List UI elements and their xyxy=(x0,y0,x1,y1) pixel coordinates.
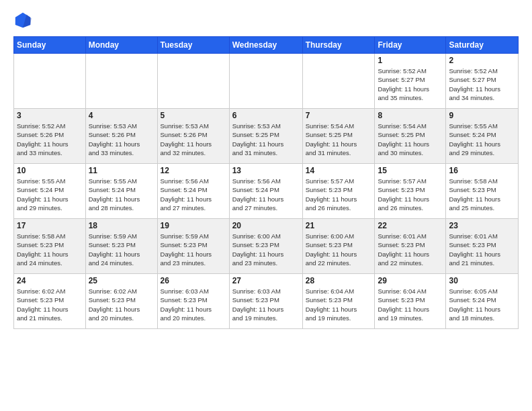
day-info: Sunrise: 5:58 AM Sunset: 5:23 PM Dayligh… xyxy=(17,232,83,267)
calendar-cell: 13Sunrise: 5:56 AM Sunset: 5:24 PM Dayli… xyxy=(229,164,302,219)
calendar-cell: 25Sunrise: 6:02 AM Sunset: 5:23 PM Dayli… xyxy=(85,274,157,329)
day-number: 15 xyxy=(378,166,443,175)
day-info: Sunrise: 6:03 AM Sunset: 5:23 PM Dayligh… xyxy=(161,287,226,322)
page: SundayMondayTuesdayWednesdayThursdayFrid… xyxy=(0,0,532,336)
day-info: Sunrise: 5:52 AM Sunset: 5:26 PM Dayligh… xyxy=(17,122,83,157)
calendar-cell: 30Sunrise: 6:05 AM Sunset: 5:24 PM Dayli… xyxy=(446,274,519,329)
day-number: 14 xyxy=(306,166,372,175)
logo-icon xyxy=(13,11,32,30)
day-number: 17 xyxy=(17,221,83,230)
calendar-cell: 15Sunrise: 5:57 AM Sunset: 5:23 PM Dayli… xyxy=(375,164,446,219)
day-info: Sunrise: 5:57 AM Sunset: 5:23 PM Dayligh… xyxy=(306,177,372,212)
day-info: Sunrise: 5:59 AM Sunset: 5:23 PM Dayligh… xyxy=(89,232,154,267)
day-info: Sunrise: 5:55 AM Sunset: 5:24 PM Dayligh… xyxy=(449,122,515,157)
day-number: 6 xyxy=(232,111,300,120)
calendar-cell: 9Sunrise: 5:55 AM Sunset: 5:24 PM Daylig… xyxy=(446,109,519,164)
day-info: Sunrise: 5:52 AM Sunset: 5:27 PM Dayligh… xyxy=(449,66,515,102)
day-number: 10 xyxy=(17,166,83,175)
calendar-cell: 26Sunrise: 6:03 AM Sunset: 5:23 PM Dayli… xyxy=(157,274,229,329)
day-info: Sunrise: 6:02 AM Sunset: 5:23 PM Dayligh… xyxy=(89,287,154,322)
day-info: Sunrise: 6:01 AM Sunset: 5:23 PM Dayligh… xyxy=(449,232,515,267)
calendar-cell: 10Sunrise: 5:55 AM Sunset: 5:24 PM Dayli… xyxy=(14,164,86,219)
day-info: Sunrise: 6:02 AM Sunset: 5:23 PM Dayligh… xyxy=(17,287,83,322)
calendar-cell: 5Sunrise: 5:53 AM Sunset: 5:26 PM Daylig… xyxy=(157,109,229,164)
calendar-cell: 8Sunrise: 5:54 AM Sunset: 5:25 PM Daylig… xyxy=(375,109,446,164)
weekday-header-tuesday: Tuesday xyxy=(157,37,229,54)
weekday-header-sunday: Sunday xyxy=(14,37,86,54)
calendar-cell xyxy=(14,54,86,109)
calendar-cell: 17Sunrise: 5:58 AM Sunset: 5:23 PM Dayli… xyxy=(14,219,86,274)
calendar-cell: 1Sunrise: 5:52 AM Sunset: 5:27 PM Daylig… xyxy=(375,54,446,109)
week-row-3: 10Sunrise: 5:55 AM Sunset: 5:24 PM Dayli… xyxy=(14,164,519,219)
day-number: 21 xyxy=(306,221,372,230)
calendar-cell xyxy=(85,54,157,109)
day-info: Sunrise: 5:58 AM Sunset: 5:23 PM Dayligh… xyxy=(449,177,515,212)
day-number: 8 xyxy=(378,111,443,120)
calendar-cell: 29Sunrise: 6:04 AM Sunset: 5:23 PM Dayli… xyxy=(375,274,446,329)
weekday-header-saturday: Saturday xyxy=(446,37,519,54)
day-number: 18 xyxy=(89,221,154,230)
day-number: 2 xyxy=(449,56,515,65)
calendar-cell: 12Sunrise: 5:56 AM Sunset: 5:24 PM Dayli… xyxy=(157,164,229,219)
day-number: 11 xyxy=(89,166,154,175)
day-number: 19 xyxy=(161,221,226,230)
calendar-cell: 3Sunrise: 5:52 AM Sunset: 5:26 PM Daylig… xyxy=(14,109,86,164)
calendar-cell: 14Sunrise: 5:57 AM Sunset: 5:23 PM Dayli… xyxy=(302,164,375,219)
day-number: 28 xyxy=(306,276,372,285)
calendar-cell: 28Sunrise: 6:04 AM Sunset: 5:23 PM Dayli… xyxy=(302,274,375,329)
calendar-cell: 27Sunrise: 6:03 AM Sunset: 5:23 PM Dayli… xyxy=(229,274,302,329)
day-number: 16 xyxy=(449,166,515,175)
day-number: 4 xyxy=(89,111,154,120)
day-number: 12 xyxy=(161,166,226,175)
calendar-cell: 22Sunrise: 6:01 AM Sunset: 5:23 PM Dayli… xyxy=(375,219,446,274)
day-info: Sunrise: 5:54 AM Sunset: 5:25 PM Dayligh… xyxy=(378,122,443,157)
calendar-cell xyxy=(157,54,229,109)
day-number: 26 xyxy=(161,276,226,285)
calendar-cell: 19Sunrise: 5:59 AM Sunset: 5:23 PM Dayli… xyxy=(157,219,229,274)
weekday-header-row: SundayMondayTuesdayWednesdayThursdayFrid… xyxy=(14,37,519,54)
weekday-header-friday: Friday xyxy=(375,37,446,54)
day-info: Sunrise: 6:01 AM Sunset: 5:23 PM Dayligh… xyxy=(378,232,443,267)
day-number: 20 xyxy=(232,221,300,230)
day-number: 9 xyxy=(449,111,515,120)
day-number: 3 xyxy=(17,111,83,120)
calendar-table: SundayMondayTuesdayWednesdayThursdayFrid… xyxy=(13,36,519,329)
calendar-cell xyxy=(229,54,302,109)
weekday-header-thursday: Thursday xyxy=(302,37,375,54)
calendar-cell: 6Sunrise: 5:53 AM Sunset: 5:25 PM Daylig… xyxy=(229,109,302,164)
day-info: Sunrise: 5:54 AM Sunset: 5:25 PM Dayligh… xyxy=(306,122,372,157)
day-info: Sunrise: 5:56 AM Sunset: 5:24 PM Dayligh… xyxy=(232,177,300,212)
day-info: Sunrise: 6:03 AM Sunset: 5:23 PM Dayligh… xyxy=(232,287,300,322)
calendar-cell: 18Sunrise: 5:59 AM Sunset: 5:23 PM Dayli… xyxy=(85,219,157,274)
day-info: Sunrise: 5:55 AM Sunset: 5:24 PM Dayligh… xyxy=(89,177,154,212)
day-info: Sunrise: 5:56 AM Sunset: 5:24 PM Dayligh… xyxy=(161,177,226,212)
day-info: Sunrise: 5:55 AM Sunset: 5:24 PM Dayligh… xyxy=(17,177,83,212)
day-number: 1 xyxy=(378,56,443,65)
calendar-cell: 23Sunrise: 6:01 AM Sunset: 5:23 PM Dayli… xyxy=(446,219,519,274)
day-info: Sunrise: 5:53 AM Sunset: 5:26 PM Dayligh… xyxy=(161,122,226,157)
calendar-cell: 21Sunrise: 6:00 AM Sunset: 5:23 PM Dayli… xyxy=(302,219,375,274)
day-info: Sunrise: 5:52 AM Sunset: 5:27 PM Dayligh… xyxy=(378,66,443,102)
calendar-cell: 24Sunrise: 6:02 AM Sunset: 5:23 PM Dayli… xyxy=(14,274,86,329)
day-info: Sunrise: 5:53 AM Sunset: 5:26 PM Dayligh… xyxy=(89,122,154,157)
day-info: Sunrise: 5:57 AM Sunset: 5:23 PM Dayligh… xyxy=(378,177,443,212)
day-number: 25 xyxy=(89,276,154,285)
day-info: Sunrise: 6:05 AM Sunset: 5:24 PM Dayligh… xyxy=(449,287,515,322)
day-info: Sunrise: 6:04 AM Sunset: 5:23 PM Dayligh… xyxy=(306,287,372,322)
day-info: Sunrise: 5:59 AM Sunset: 5:23 PM Dayligh… xyxy=(161,232,226,267)
logo xyxy=(13,11,35,30)
week-row-4: 17Sunrise: 5:58 AM Sunset: 5:23 PM Dayli… xyxy=(14,219,519,274)
calendar-cell xyxy=(302,54,375,109)
calendar-cell: 7Sunrise: 5:54 AM Sunset: 5:25 PM Daylig… xyxy=(302,109,375,164)
day-number: 29 xyxy=(378,276,443,285)
header xyxy=(13,11,519,30)
calendar-cell: 11Sunrise: 5:55 AM Sunset: 5:24 PM Dayli… xyxy=(85,164,157,219)
day-number: 13 xyxy=(232,166,300,175)
day-info: Sunrise: 5:53 AM Sunset: 5:25 PM Dayligh… xyxy=(232,122,300,157)
day-number: 23 xyxy=(449,221,515,230)
day-info: Sunrise: 6:00 AM Sunset: 5:23 PM Dayligh… xyxy=(306,232,372,267)
day-info: Sunrise: 6:00 AM Sunset: 5:23 PM Dayligh… xyxy=(232,232,300,267)
calendar-cell: 4Sunrise: 5:53 AM Sunset: 5:26 PM Daylig… xyxy=(85,109,157,164)
day-info: Sunrise: 6:04 AM Sunset: 5:23 PM Dayligh… xyxy=(378,287,443,322)
week-row-2: 3Sunrise: 5:52 AM Sunset: 5:26 PM Daylig… xyxy=(14,109,519,164)
